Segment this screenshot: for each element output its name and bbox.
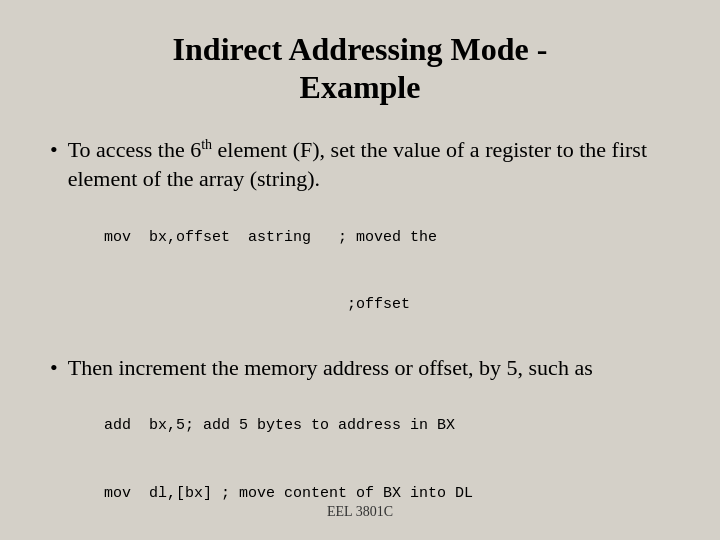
code-block-1: mov bx,offset astring ; moved the ;offse… <box>50 204 670 339</box>
content-area: • To access the 6th element (F), set the… <box>50 135 670 540</box>
slide-container: Indirect Addressing Mode - Example • To … <box>50 30 670 520</box>
bullet-item-1: • To access the 6th element (F), set the… <box>50 135 670 194</box>
footer-text: EEL 3801C <box>327 504 393 520</box>
title-line2: Example <box>300 69 421 105</box>
slide-title: Indirect Addressing Mode - Example <box>173 30 548 107</box>
bullet-text-1: To access the 6th element (F), set the v… <box>68 135 670 194</box>
bullet-dot-1: • <box>50 137 58 163</box>
superscript-1: th <box>201 136 212 151</box>
bullet-item-2: • Then increment the memory address or o… <box>50 353 670 383</box>
bullet-text-2: Then increment the memory address or off… <box>68 353 593 383</box>
bullet-dot-2: • <box>50 355 58 381</box>
title-line1: Indirect Addressing Mode - <box>173 31 548 67</box>
